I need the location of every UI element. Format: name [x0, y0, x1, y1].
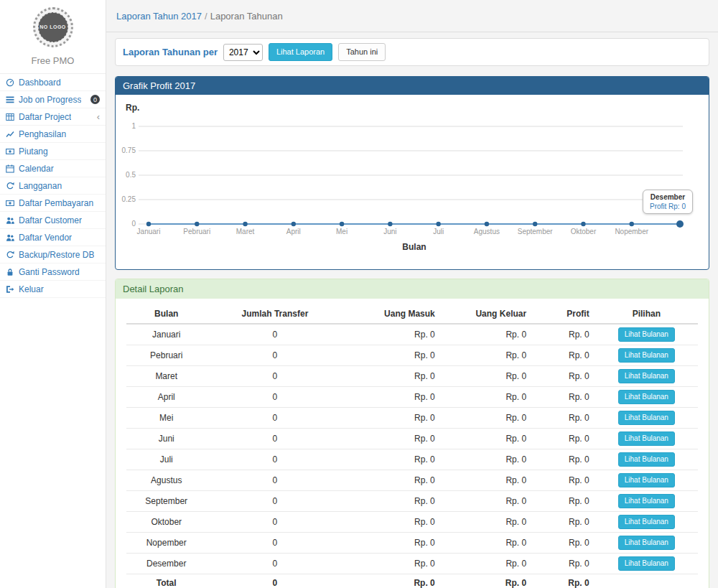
y-tick-label: 0.5 [126, 171, 136, 179]
lihat-bulanan-button[interactable]: Lihat Bulanan [618, 452, 675, 467]
lihat-laporan-button[interactable]: Lihat Laporan [269, 43, 332, 61]
lihat-bulanan-button[interactable]: Lihat Bulanan [618, 515, 675, 529]
sidebar-item-daftar-pembayaran[interactable]: Daftar Pembayaran [0, 195, 106, 212]
cell-bulan: Nopember [126, 533, 206, 554]
data-point-mei [340, 222, 344, 226]
table-row: Agustus0Rp. 0Rp. 0Rp. 0Lihat Bulanan [126, 470, 698, 491]
cell-profit: Rp. 0 [532, 324, 595, 345]
detail-laporan-panel: Detail Laporan BulanJumlah TransferUang … [115, 279, 709, 588]
tahun-ini-button[interactable]: Tahun ini [338, 43, 386, 61]
y-axis-title: Rp. [126, 103, 139, 113]
breadcrumb-current: Laporan Tahunan [210, 11, 283, 22]
cell-jumlah-transfer: 0 [206, 554, 343, 574]
sidebar-item-langganan[interactable]: Langganan [0, 177, 106, 195]
sign-out-icon [6, 285, 14, 294]
year-select[interactable]: 2017 [223, 44, 263, 61]
y-tick-label: 0 [131, 220, 136, 228]
sidebar-item-penghasilan[interactable]: Penghasilan [0, 126, 106, 143]
cell-uang-keluar: Rp. 0 [441, 449, 532, 470]
cell-bulan: Agustus [126, 470, 206, 491]
cell-profit: Rp. 0 [532, 429, 595, 449]
cell-jumlah-transfer: 0 [206, 512, 343, 533]
content: Laporan Tahunan per 2017 Lihat Laporan T… [106, 32, 718, 588]
lihat-bulanan-button[interactable]: Lihat Bulanan [618, 473, 675, 487]
detail-panel-title: Detail Laporan [116, 279, 709, 299]
x-tick-label: Maret [236, 228, 255, 235]
sidebar-menu: DashboardJob on Progress0Daftar Project‹… [0, 73, 106, 298]
cell-profit: Rp. 0 [532, 470, 595, 491]
lihat-bulanan-button[interactable]: Lihat Bulanan [618, 411, 675, 425]
cell-uang-keluar: Rp. 0 [441, 512, 532, 533]
table-row: Maret0Rp. 0Rp. 0Rp. 0Lihat Bulanan [126, 366, 698, 387]
users-icon [6, 233, 14, 242]
cell-pilihan: Lihat Bulanan [595, 449, 698, 470]
sidebar-item-backup-restore-db[interactable]: Backup/Restore DB [0, 246, 106, 263]
cell-jumlah-transfer: 0 [206, 470, 343, 491]
sidebar-item-job-on-progress[interactable]: Job on Progress0 [0, 91, 106, 108]
total-cell-uang-masuk: Rp. 0 [343, 574, 440, 588]
cell-bulan: April [126, 387, 206, 408]
sidebar-item-label: Piutang [19, 146, 48, 157]
cell-jumlah-transfer: 0 [206, 533, 343, 554]
column-header-jumlah-transfer: Jumlah Transfer [206, 304, 343, 324]
cell-bulan: Juli [126, 449, 206, 470]
table-row: Oktober0Rp. 0Rp. 0Rp. 0Lihat Bulanan [126, 512, 698, 533]
sidebar-item-piutang[interactable]: Piutang [0, 143, 106, 160]
cell-profit: Rp. 0 [532, 366, 595, 387]
money-icon [6, 199, 14, 207]
sidebar-item-calendar[interactable]: Calendar [0, 160, 106, 177]
sidebar-item-daftar-vendor[interactable]: Daftar Vendor [0, 229, 106, 246]
cell-uang-keluar: Rp. 0 [441, 324, 532, 345]
data-point-januari [146, 222, 151, 226]
cell-pilihan: Lihat Bulanan [595, 429, 698, 449]
lihat-bulanan-button[interactable]: Lihat Bulanan [618, 369, 675, 383]
lihat-bulanan-button[interactable]: Lihat Bulanan [618, 431, 675, 446]
chart-area: Rp.00.250.50.751JanuariPebruariMaretApri… [116, 95, 709, 269]
cell-pilihan: Lihat Bulanan [595, 512, 698, 533]
breadcrumb: Laporan Tahun 2017/Laporan Tahunan [106, 0, 718, 32]
x-tick-label: Januari [137, 228, 161, 235]
lihat-bulanan-button[interactable]: Lihat Bulanan [618, 327, 675, 342]
cell-uang-masuk: Rp. 0 [343, 366, 440, 387]
lihat-bulanan-button[interactable]: Lihat Bulanan [618, 556, 675, 571]
lihat-bulanan-button[interactable]: Lihat Bulanan [618, 536, 675, 550]
lihat-bulanan-button[interactable]: Lihat Bulanan [618, 390, 675, 404]
sidebar-item-dashboard[interactable]: Dashboard [0, 74, 106, 91]
brand-name: Free PMO [0, 49, 106, 73]
main-area: Laporan Tahun 2017/Laporan Tahunan Lapor… [106, 0, 718, 588]
profit-chart-panel: Grafik Profit 2017 Rp.00.250.50.751Janua… [115, 76, 709, 270]
table-row: September0Rp. 0Rp. 0Rp. 0Lihat Bulanan [126, 491, 698, 512]
data-point-oktober [581, 222, 585, 226]
sidebar-item-label: Penghasilan [19, 129, 66, 139]
cell-pilihan: Lihat Bulanan [595, 491, 698, 512]
column-header-uang-masuk: Uang Masuk [343, 304, 440, 324]
cell-uang-masuk: Rp. 0 [343, 491, 440, 512]
total-cell-bulan: Total [126, 574, 206, 588]
cell-uang-masuk: Rp. 0 [343, 449, 440, 470]
cell-jumlah-transfer: 0 [206, 408, 343, 429]
cell-profit: Rp. 0 [532, 408, 595, 429]
tooltip-month: Desember [650, 193, 686, 201]
sync-icon [6, 251, 14, 259]
sidebar-item-daftar-project[interactable]: Daftar Project‹ [0, 108, 106, 126]
lihat-bulanan-button[interactable]: Lihat Bulanan [618, 348, 675, 363]
cell-jumlah-transfer: 0 [206, 324, 343, 345]
lihat-bulanan-button[interactable]: Lihat Bulanan [618, 494, 675, 508]
cell-bulan: Maret [126, 366, 206, 387]
sidebar-item-daftar-customer[interactable]: Daftar Customer [0, 212, 106, 229]
x-tick-label: Agustus [474, 228, 500, 235]
chevron-left-icon: ‹ [97, 112, 100, 121]
tasks-icon [6, 95, 14, 104]
cell-uang-keluar: Rp. 0 [441, 533, 532, 554]
cell-profit: Rp. 0 [532, 449, 595, 470]
cell-jumlah-transfer: 0 [206, 366, 343, 387]
cell-uang-keluar: Rp. 0 [441, 408, 532, 429]
sidebar-item-ganti-password[interactable]: Ganti Password [0, 263, 106, 281]
table-row: Nopember0Rp. 0Rp. 0Rp. 0Lihat Bulanan [126, 533, 698, 554]
cell-uang-keluar: Rp. 0 [441, 554, 532, 574]
detail-table-wrap: BulanJumlah TransferUang MasukUang Kelua… [116, 299, 709, 588]
sidebar-item-label: Daftar Pembayaran [19, 198, 93, 208]
sidebar-item-label: Keluar [19, 284, 44, 294]
sidebar-item-keluar[interactable]: Keluar [0, 281, 106, 298]
breadcrumb-year-link[interactable]: Laporan Tahun 2017 [116, 11, 202, 22]
